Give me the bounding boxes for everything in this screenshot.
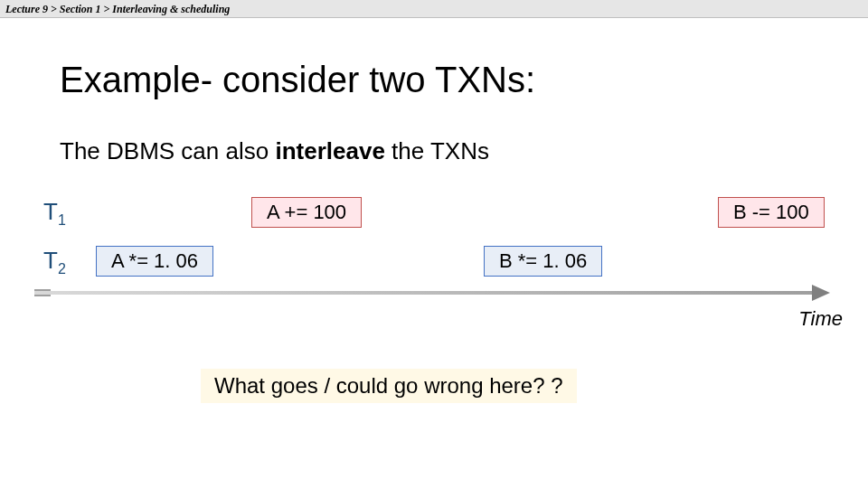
subtitle: The DBMS can also interleave the TXNs <box>60 137 489 165</box>
txn1-sub: 1 <box>58 212 66 228</box>
op-t2-b: B *= 1. 06 <box>484 246 602 277</box>
op-t1-b: B -= 100 <box>718 197 825 228</box>
op-t2-a: A *= 1. 06 <box>96 246 213 277</box>
arrow-right-icon <box>812 285 830 301</box>
breadcrumb: Lecture 9 > Section 1 > Interleaving & s… <box>0 0 868 18</box>
subtitle-pre: The DBMS can also <box>60 137 275 164</box>
time-axis <box>34 289 830 296</box>
subtitle-post: the TXNs <box>385 137 489 164</box>
subtitle-strong: interleave <box>275 137 384 164</box>
txn2-letter: T <box>43 247 58 274</box>
op-t1-a: A += 100 <box>251 197 362 228</box>
time-axis-bar <box>34 291 812 295</box>
txn1-label: T1 <box>43 198 66 229</box>
slide: Lecture 9 > Section 1 > Interleaving & s… <box>0 0 868 488</box>
page-title: Example- consider two TXNs: <box>60 60 535 100</box>
txn2-sub: 2 <box>58 261 66 277</box>
question-callout: What goes / could go wrong here? ? <box>201 369 577 403</box>
time-axis-label: Time <box>798 307 843 331</box>
txn2-label: T2 <box>43 247 66 277</box>
txn1-letter: T <box>43 198 58 225</box>
